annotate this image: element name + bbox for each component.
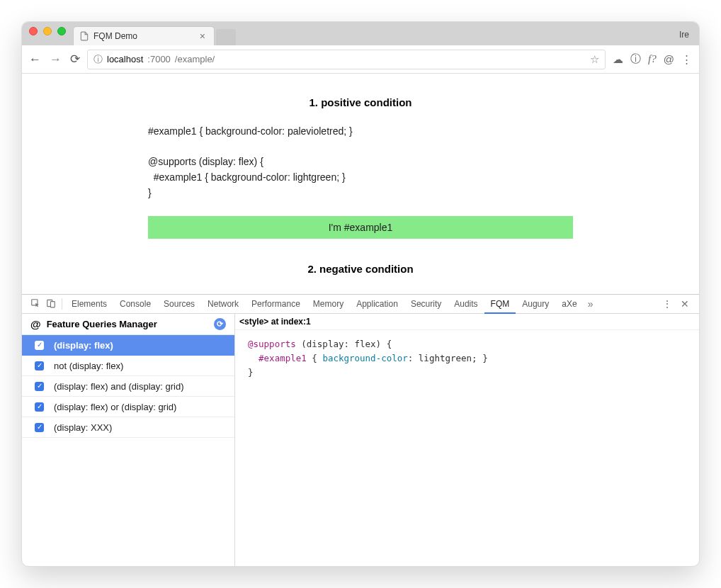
devtools-tab-augury[interactable]: Augury: [516, 295, 555, 314]
fqm-detail-pane: <style> at index:1 @supports (display: f…: [235, 314, 699, 566]
tab-title: FQM Demo: [93, 31, 137, 41]
url-port: :7000: [147, 54, 171, 64]
site-info-icon[interactable]: ⓘ: [93, 53, 103, 66]
extension-at-icon[interactable]: @: [664, 53, 674, 65]
style-code: @supports (display: flex) { #example1 { …: [235, 330, 699, 387]
tab-close-icon[interactable]: ×: [200, 30, 205, 42]
devtools-tabstrip: ElementsConsoleSourcesNetworkPerformance…: [22, 295, 699, 314]
feature-query-item[interactable]: ✓(display: flex) and (display: grid): [22, 376, 234, 397]
fqm-reload-button[interactable]: ⟳: [214, 318, 226, 330]
feature-query-item[interactable]: ✓(display: XXX): [22, 417, 234, 438]
page-icon: [79, 31, 89, 41]
devtools-tab-elements[interactable]: Elements: [65, 295, 113, 314]
reload-button[interactable]: ⟳: [70, 52, 80, 67]
devtools-tab-fqm[interactable]: FQM: [484, 295, 516, 314]
devtools-overflow-icon[interactable]: »: [584, 298, 598, 310]
style-source-header: <style> at index:1: [235, 314, 699, 330]
url-path: /example/: [175, 54, 215, 64]
devtools-menu-icon[interactable]: ⋮: [658, 298, 676, 310]
feature-query-label: not (display: flex): [54, 361, 123, 371]
fqm-logo-icon: @: [30, 318, 41, 330]
devtools: ElementsConsoleSourcesNetworkPerformance…: [22, 294, 699, 566]
url-host: localhost: [107, 54, 143, 64]
minimize-window-icon[interactable]: [43, 27, 52, 35]
devtools-tab-application[interactable]: Application: [350, 295, 404, 314]
window-traffic-lights[interactable]: [29, 22, 66, 45]
extension-fq-icon[interactable]: f?: [648, 53, 657, 65]
feature-query-label: (display: flex): [54, 340, 113, 351]
checkbox-icon[interactable]: ✓: [35, 341, 44, 350]
code-sample-1: #example1 { background-color: paleviolet…: [148, 124, 573, 200]
checkbox-icon[interactable]: ✓: [35, 382, 44, 391]
fqm-panel-header: @ Feature Queries Manager ⟳: [22, 314, 234, 335]
example1-box: I'm #example1: [148, 216, 573, 239]
bookmark-icon[interactable]: ☆: [590, 53, 599, 66]
fqm-sidebar: @ Feature Queries Manager ⟳ ✓(display: f…: [22, 314, 235, 566]
profile-chip[interactable]: Ire: [679, 30, 692, 45]
devtools-tab-network[interactable]: Network: [201, 295, 245, 314]
browser-window: FQM Demo × Ire ← → ⟳ ⓘ localhost:7000/ex…: [21, 21, 700, 567]
section-heading-1: 1. positive condition: [148, 96, 573, 108]
inspect-element-icon[interactable]: [28, 298, 43, 310]
feature-query-list: ✓(display: flex)✓not (display: flex)✓(di…: [22, 335, 234, 438]
page-content: 1. positive condition #example1 { backgr…: [22, 74, 699, 294]
devtools-tab-security[interactable]: Security: [404, 295, 448, 314]
checkbox-icon[interactable]: ✓: [35, 402, 44, 412]
devtools-tab-sources[interactable]: Sources: [157, 295, 201, 314]
section-heading-2: 2. negative condition: [148, 263, 573, 275]
devtools-tab-audits[interactable]: Audits: [448, 295, 484, 314]
address-bar[interactable]: ⓘ localhost:7000/example/ ☆: [87, 50, 606, 69]
fqm-panel-title: Feature Queries Manager: [47, 319, 157, 329]
checkbox-icon[interactable]: ✓: [35, 423, 44, 432]
feature-query-label: (display: XXX): [54, 422, 112, 433]
tab-strip: FQM Demo × Ire: [22, 22, 699, 45]
feature-query-label: (display: flex) or (display: grid): [54, 402, 176, 412]
devtools-tab-memory[interactable]: Memory: [307, 295, 350, 314]
fullscreen-window-icon[interactable]: [57, 27, 66, 35]
nav-buttons: ← → ⟳: [29, 52, 80, 67]
browser-toolbar: ← → ⟳ ⓘ localhost:7000/example/ ☆ ☁ ⓘ f?…: [22, 45, 699, 74]
devtools-tab-console[interactable]: Console: [113, 295, 157, 314]
feature-query-item[interactable]: ✓not (display: flex): [22, 356, 234, 376]
tab-active[interactable]: FQM Demo ×: [73, 26, 215, 45]
devtools-tab-performance[interactable]: Performance: [245, 295, 307, 314]
forward-button[interactable]: →: [50, 52, 62, 67]
feature-query-item[interactable]: ✓(display: flex) or (display: grid): [22, 397, 234, 417]
back-button[interactable]: ←: [29, 52, 41, 67]
devtools-tab-axe[interactable]: aXe: [555, 295, 583, 314]
svg-rect-2: [50, 301, 55, 307]
devtools-close-icon[interactable]: ✕: [676, 298, 693, 310]
browser-menu-icon[interactable]: ⋮: [681, 53, 692, 66]
tab-inactive-placeholder[interactable]: [216, 29, 236, 45]
feature-query-label: (display: flex) and (display: grid): [54, 381, 184, 392]
close-window-icon[interactable]: [29, 27, 38, 35]
extension-info-icon[interactable]: ⓘ: [630, 52, 641, 66]
extension-cloud-icon[interactable]: ☁: [613, 53, 623, 66]
feature-query-item[interactable]: ✓(display: flex): [22, 335, 234, 356]
checkbox-icon[interactable]: ✓: [35, 361, 44, 371]
device-toolbar-icon[interactable]: [43, 298, 59, 310]
